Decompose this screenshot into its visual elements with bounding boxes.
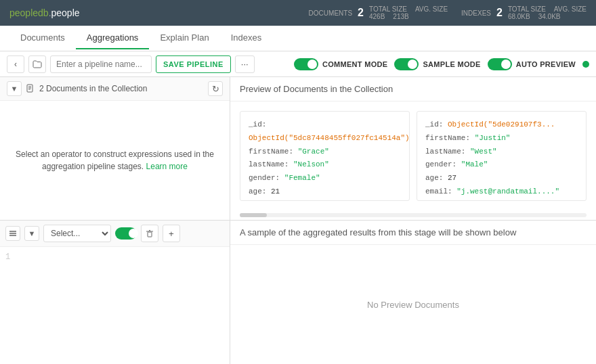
comment-mode-toggle-group: COMMENT MODE — [294, 58, 387, 70]
indexes-avg-size-value: 34.0KB — [538, 13, 561, 20]
trash-icon — [146, 229, 154, 237]
document-card-1: _id: ObjectId("5dc87448455ff027fc14514a"… — [240, 111, 410, 201]
stage-editor[interactable]: 1 — [0, 247, 230, 364]
stage-collapse-button[interactable]: ▼ — [24, 226, 39, 241]
auto-preview-toggle-group: AUTO PREVIEW — [488, 58, 576, 70]
indexes-detail: TOTAL SIZE AVG. SIZE 68.0KB 34.0KB — [508, 5, 587, 20]
folder-button[interactable] — [28, 55, 46, 73]
doc1-gender: gender: "Female" — [249, 172, 401, 185]
tab-documents[interactable]: Documents — [9, 27, 76, 49]
refresh-button[interactable]: ↻ — [208, 81, 223, 96]
doc2-id: _id: ObjectId("5de029107f3... — [425, 118, 578, 132]
total-size-label: TOTAL SIZE — [369, 5, 407, 13]
doc1-firstname: firstName: "Grace" — [249, 145, 401, 159]
app-header: peopledb.people DOCUMENTS 2 TOTAL SIZE A… — [0, 0, 596, 26]
doc1-lastname: lastName: "Nelson" — [249, 158, 401, 172]
comment-mode-label: COMMENT MODE — [322, 60, 387, 68]
doc2-firstname: firstName: "Justin" — [425, 132, 578, 145]
operator-select[interactable]: Select... $match $group $project $sort $… — [43, 225, 111, 242]
documents-stat: DOCUMENTS 2 TOTAL SIZE AVG. SIZE 426B 21… — [309, 5, 448, 20]
status-indicator — [582, 61, 589, 68]
add-stage-button[interactable]: + — [163, 225, 180, 242]
scrollbar-thumb — [240, 213, 267, 217]
sample-mode-label: SAMPLE MODE — [423, 60, 480, 68]
doc2-gender: gender: "Male" — [425, 158, 578, 172]
comment-mode-toggle[interactable] — [294, 58, 318, 70]
avg-size-label: AVG. SIZE — [415, 5, 448, 13]
panel-header-left: ▼ 2 Documents in the Collection — [7, 81, 147, 96]
toolbar-left: ‹ SAVE PIPELINE ··· — [7, 55, 290, 73]
collection-panel-header: ▼ 2 Documents in the Collection ↻ — [0, 77, 230, 101]
more-options-button[interactable]: ··· — [235, 55, 255, 73]
stage-preview-label: A sample of the aggregated results from … — [230, 221, 596, 245]
doc2-education: education: "Doctoral" — [425, 199, 578, 201]
doc1-age: age: 21 — [249, 185, 401, 199]
empty-state-text: Select an operator to construct expressi… — [14, 148, 216, 173]
svg-rect-7 — [148, 232, 152, 237]
line-number-1: 1 — [5, 252, 17, 262]
collection-preview-area: ▼ 2 Documents in the Collection ↻ Select… — [0, 77, 596, 221]
brand-logo: peopledb.people — [9, 7, 80, 18]
header-stats: DOCUMENTS 2 TOTAL SIZE AVG. SIZE 426B 21… — [309, 5, 587, 20]
stage-toggle[interactable] — [115, 227, 137, 240]
stage-right-panel: A sample of the aggregated results from … — [230, 221, 596, 364]
collection-count-label: 2 Documents in the Collection — [39, 84, 147, 93]
indexes-avg-size-label: AVG. SIZE — [554, 5, 587, 13]
folder-icon — [33, 60, 42, 68]
horizontal-scrollbar[interactable] — [240, 213, 587, 217]
aggregation-toolbar: ‹ SAVE PIPELINE ··· COMMENT MODE SAMPLE … — [0, 51, 596, 77]
sample-mode-toggle[interactable] — [394, 58, 419, 70]
total-size-value: 426B — [369, 13, 385, 20]
save-pipeline-button[interactable]: SAVE PIPELINE — [156, 55, 231, 73]
learn-more-link[interactable]: Learn more — [146, 162, 188, 171]
back-button[interactable]: ‹ — [7, 55, 24, 73]
pipeline-right-panel: Preview of Documents in the Collection _… — [230, 77, 596, 220]
doc2-email: email: "j.west@randatmail...." — [425, 185, 578, 199]
brand-name: peopledb — [9, 7, 49, 18]
doc2-lastname: lastName: "West" — [425, 145, 578, 159]
doc1-id: _id: ObjectId("5dc87448455ff027fc14514a"… — [249, 118, 401, 145]
documents-count: 2 — [358, 7, 364, 19]
stage-number — [5, 226, 20, 241]
stage-left-panel: ▼ Select... $match $group $project $sort… — [0, 221, 230, 364]
auto-preview-toggle[interactable] — [488, 58, 512, 70]
stage-area: ▼ Select... $match $group $project $sort… — [0, 221, 596, 364]
documents-label: DOCUMENTS — [309, 9, 352, 17]
no-preview-text: No Preview Documents — [367, 300, 459, 310]
preview-label: Preview of Documents in the Collection — [230, 77, 596, 101]
sample-mode-toggle-group: SAMPLE MODE — [394, 58, 480, 70]
tab-explain-plan[interactable]: Explain Plan — [149, 27, 219, 49]
main-content: ▼ 2 Documents in the Collection ↻ Select… — [0, 77, 596, 364]
tab-indexes[interactable]: Indexes — [220, 27, 273, 49]
indexes-count: 2 — [496, 7, 503, 19]
indexes-total-size-value: 68.0KB — [508, 13, 530, 20]
pipeline-name-input[interactable] — [50, 55, 152, 73]
tab-aggregations[interactable]: Aggregations — [76, 27, 150, 49]
doc1-email: email: "g.nelson@randatmail.com" — [249, 199, 401, 201]
documents-detail: TOTAL SIZE AVG. SIZE 426B 213B — [369, 5, 448, 20]
auto-preview-label: AUTO PREVIEW — [516, 60, 576, 68]
indexes-stat: INDEXES 2 TOTAL SIZE AVG. SIZE 68.0KB 34… — [461, 5, 587, 20]
indexes-label: INDEXES — [461, 9, 491, 17]
tab-bar: Documents Aggregations Explain Plan Inde… — [0, 26, 596, 51]
indexes-total-size-label: TOTAL SIZE — [508, 5, 546, 13]
no-preview-area: No Preview Documents — [230, 245, 596, 364]
empty-stage-state: Select an operator to construct expressi… — [0, 101, 230, 220]
collection-name: people — [51, 7, 80, 18]
stage-toolbar: ▼ Select... $match $group $project $sort… — [0, 221, 230, 247]
documents-area: _id: ObjectId("5dc87448455ff027fc14514a"… — [230, 101, 596, 210]
toolbar-right: COMMENT MODE SAMPLE MODE AUTO PREVIEW — [294, 58, 589, 70]
document-icon — [26, 84, 35, 93]
doc2-age: age: 27 — [425, 172, 578, 185]
document-card-2: _id: ObjectId("5de029107f3... firstName:… — [417, 111, 587, 201]
delete-stage-button[interactable] — [141, 225, 158, 242]
avg-size-value: 213B — [393, 13, 408, 20]
stage-icon — [9, 229, 17, 237]
collapse-button[interactable]: ▼ — [7, 81, 22, 96]
pipeline-left-panel: ▼ 2 Documents in the Collection ↻ Select… — [0, 77, 230, 220]
